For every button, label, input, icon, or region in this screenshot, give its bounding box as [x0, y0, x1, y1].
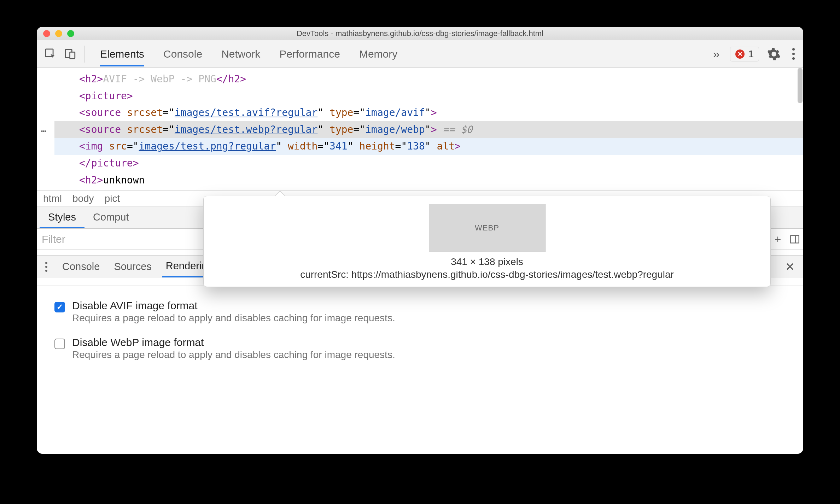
tab-computed[interactable]: Comput: [84, 206, 138, 228]
tooltip-dimensions: 341 × 138 pixels: [214, 256, 760, 268]
error-icon: ✕: [735, 49, 745, 59]
titlebar: DevTools - mathiasbynens.github.io/css-d…: [37, 27, 803, 40]
tab-styles[interactable]: Styles: [40, 206, 84, 228]
breadcrumb-item[interactable]: pict: [105, 193, 120, 204]
option-disable-avif: Disable AVIF image format Requires a pag…: [54, 300, 796, 324]
window-title: DevTools - mathiasbynens.github.io/css-d…: [37, 29, 803, 38]
computed-panel-icon[interactable]: [786, 231, 803, 248]
drawer-menu-icon[interactable]: [40, 262, 52, 272]
breadcrumb-item[interactable]: body: [72, 193, 94, 204]
checkbox-webp[interactable]: [54, 339, 65, 349]
main-tabs: Elements Console Network Performance Mem…: [100, 42, 711, 66]
close-window[interactable]: [43, 30, 50, 37]
option-title: Disable WebP image format: [72, 336, 395, 348]
overflow-icon[interactable]: »: [713, 47, 720, 61]
tab-memory[interactable]: Memory: [359, 42, 397, 66]
checkbox-avif[interactable]: [54, 302, 65, 312]
dom-row[interactable]: </picture>: [54, 155, 803, 172]
dom-row[interactable]: <source srcset="images/test.avif?regular…: [54, 104, 803, 121]
inspect-icon[interactable]: [42, 45, 59, 63]
tab-console[interactable]: Console: [163, 42, 202, 66]
dom-row-selected[interactable]: <source srcset="images/test.webp?regular…: [54, 121, 803, 138]
tab-elements[interactable]: Elements: [100, 42, 144, 66]
dom-tree[interactable]: <h2>AVIF -> WebP -> PNG</h2> <picture> <…: [37, 68, 803, 191]
separator: [84, 46, 84, 63]
option-desc: Requires a page reload to apply and disa…: [72, 312, 395, 324]
tab-network[interactable]: Network: [221, 42, 260, 66]
option-desc: Requires a page reload to apply and disa…: [72, 349, 395, 361]
minimize-window[interactable]: [55, 30, 62, 37]
dom-row[interactable]: <picture>: [54, 88, 803, 105]
drawer-tab-console[interactable]: Console: [59, 256, 103, 277]
drawer-tab-sources[interactable]: Sources: [110, 256, 155, 277]
dom-row[interactable]: <h2>AVIF -> WebP -> PNG</h2>: [54, 71, 803, 88]
menu-icon[interactable]: [789, 48, 798, 60]
drawer-close-icon[interactable]: ✕: [780, 260, 800, 274]
rendering-panel: Disable AVIF image format Requires a pag…: [37, 285, 803, 380]
traffic-lights: [37, 30, 74, 37]
svg-rect-2: [70, 52, 75, 58]
scrollbar-thumb[interactable]: [798, 68, 803, 103]
dom-row-hover[interactable]: <img src="images/test.png?regular" width…: [54, 138, 803, 155]
error-count: 1: [748, 48, 754, 60]
main-toolbar: Elements Console Network Performance Mem…: [37, 40, 803, 68]
option-disable-webp: Disable WebP image format Requires a pag…: [54, 336, 796, 361]
svg-rect-3: [791, 235, 799, 243]
thumbnail: WEBP: [429, 204, 546, 252]
settings-icon[interactable]: [767, 47, 781, 61]
tab-performance[interactable]: Performance: [279, 42, 340, 66]
add-style-icon[interactable]: ＋: [769, 231, 786, 248]
device-toggle-icon[interactable]: [62, 45, 79, 63]
image-preview-tooltip: WEBP 341 × 138 pixels currentSrc: https:…: [203, 196, 771, 287]
devtools-window: DevTools - mathiasbynens.github.io/css-d…: [37, 27, 803, 454]
maximize-window[interactable]: [67, 30, 74, 37]
breadcrumb-item[interactable]: html: [43, 193, 62, 204]
tooltip-currentsrc: currentSrc: https://mathiasbynens.github…: [214, 269, 760, 280]
option-title: Disable AVIF image format: [72, 300, 395, 312]
dom-row[interactable]: <h2>unknown: [54, 172, 803, 189]
error-badge[interactable]: ✕ 1: [730, 47, 759, 61]
